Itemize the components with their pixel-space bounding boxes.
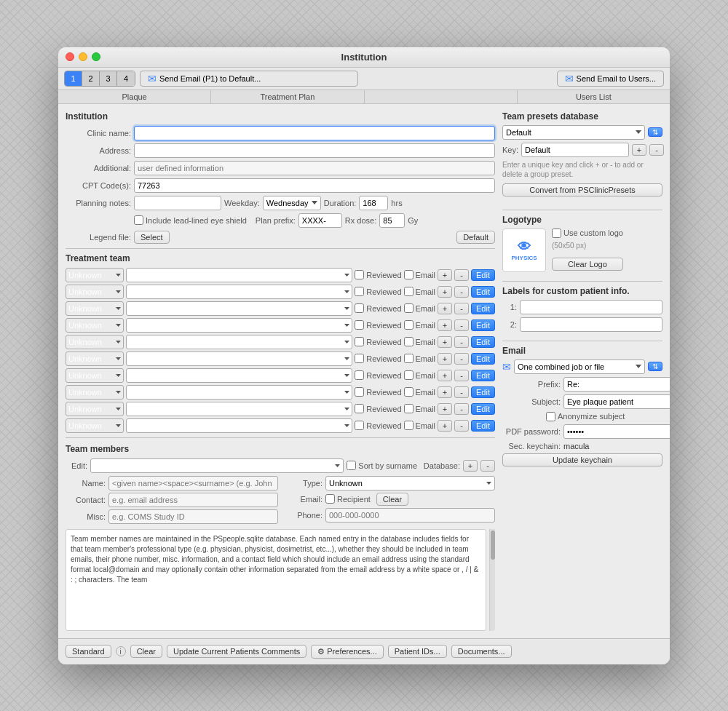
minus-btn-1[interactable]: - — [454, 286, 469, 298]
plus-btn-9[interactable]: + — [438, 420, 452, 432]
email-checkbox-0[interactable] — [404, 270, 414, 279]
rx-dose-input[interactable] — [379, 213, 405, 228]
team-role-5[interactable]: Unknown — [66, 351, 124, 366]
edit-btn-6[interactable]: Edit — [471, 370, 495, 381]
team-name-5[interactable] — [126, 351, 352, 366]
team-name-4[interactable] — [126, 335, 352, 349]
member-contact-input[interactable] — [108, 493, 278, 507]
address-input[interactable] — [134, 143, 495, 158]
prefix-input[interactable] — [563, 377, 670, 392]
minus-btn-0[interactable]: - — [454, 269, 469, 281]
edit-btn-0[interactable]: Edit — [471, 269, 495, 281]
cpt-input[interactable] — [134, 178, 495, 193]
member-misc-input[interactable] — [108, 509, 278, 524]
preset-select[interactable]: Default — [502, 125, 645, 140]
plus-btn-1[interactable]: + — [438, 286, 452, 298]
reviewed-checkbox-8[interactable] — [355, 404, 364, 413]
team-role-6[interactable]: Unknown — [66, 368, 124, 383]
documents-button[interactable]: Documents... — [451, 645, 512, 658]
edit-btn-7[interactable]: Edit — [471, 386, 495, 398]
key-minus-button[interactable]: - — [649, 144, 664, 156]
plan-prefix-input[interactable] — [298, 213, 342, 228]
email-type-select[interactable]: One combined job or file — [514, 360, 645, 374]
email-checkbox-7[interactable] — [404, 387, 414, 397]
clear-logo-button[interactable]: Clear Logo — [552, 258, 623, 271]
key-input[interactable] — [521, 143, 629, 157]
convert-button[interactable]: Convert from PSClinicPresets — [502, 183, 662, 196]
weekday-select[interactable]: Wednesday Monday Tuesday Thursday Friday — [263, 196, 321, 210]
email-checkbox-5[interactable] — [404, 354, 414, 363]
standard-button[interactable]: Standard — [66, 645, 111, 658]
team-name-2[interactable] — [126, 301, 352, 316]
plus-btn-2[interactable]: + — [438, 303, 452, 314]
tab-2[interactable]: 2 — [82, 71, 100, 86]
anonymize-checkbox[interactable] — [546, 412, 555, 421]
email-arrow-button[interactable]: ⇅ — [648, 362, 662, 371]
team-name-0[interactable] — [126, 268, 352, 282]
email-checkbox-1[interactable] — [404, 287, 414, 296]
tab-4[interactable]: 4 — [117, 71, 135, 86]
plus-btn-4[interactable]: + — [438, 336, 452, 348]
edit-btn-9[interactable]: Edit — [471, 420, 495, 432]
reviewed-checkbox-4[interactable] — [355, 337, 364, 346]
minus-btn-9[interactable]: - — [454, 420, 469, 432]
key-plus-button[interactable]: + — [632, 144, 646, 156]
include-shield-checkbox[interactable] — [134, 215, 143, 225]
team-name-9[interactable] — [126, 418, 352, 433]
plus-btn-6[interactable]: + — [438, 370, 452, 381]
additional-input[interactable] — [134, 161, 495, 175]
plus-btn-8[interactable]: + — [438, 403, 452, 415]
plus-btn-0[interactable]: + — [438, 269, 452, 281]
label-1-input[interactable] — [520, 300, 662, 314]
scrollbar[interactable] — [489, 529, 495, 631]
email-checkbox-4[interactable] — [404, 337, 414, 346]
edit-btn-5[interactable]: Edit — [471, 353, 495, 365]
reviewed-checkbox-2[interactable] — [355, 303, 364, 313]
label-2-input[interactable] — [520, 317, 662, 332]
team-name-3[interactable] — [126, 318, 352, 333]
recipient-checkbox[interactable] — [325, 494, 335, 504]
reviewed-checkbox-7[interactable] — [355, 387, 364, 397]
update-keychain-button[interactable]: Update keychain — [502, 453, 662, 466]
minus-btn-7[interactable]: - — [454, 386, 469, 398]
clear-button[interactable]: Clear — [130, 645, 162, 658]
minus-btn-3[interactable]: - — [454, 319, 469, 331]
db-plus-button[interactable]: + — [463, 460, 478, 472]
info-icon[interactable]: i — [116, 646, 126, 656]
email-checkbox-8[interactable] — [404, 404, 414, 413]
pdf-pwd-input[interactable] — [563, 424, 670, 439]
team-role-4[interactable]: Unknown — [66, 335, 124, 349]
minus-btn-2[interactable]: - — [454, 303, 469, 314]
default-button[interactable]: Default — [456, 231, 495, 244]
edit-btn-8[interactable]: Edit — [471, 403, 495, 415]
preferences-button[interactable]: ⚙ Preferences... — [311, 645, 384, 659]
team-role-0[interactable]: Unknown — [66, 268, 124, 282]
clinic-name-input[interactable] — [134, 126, 495, 140]
edit-btn-3[interactable]: Edit — [471, 319, 495, 331]
reviewed-checkbox-1[interactable] — [355, 287, 364, 296]
send-email-p1-button[interactable]: ✉ Send Email (P1) to Default... — [140, 71, 358, 87]
minimize-button[interactable] — [79, 52, 87, 61]
select-button[interactable]: Select — [134, 231, 170, 244]
planning-notes-input[interactable] — [134, 196, 221, 210]
team-role-8[interactable]: Unknown — [66, 402, 124, 416]
update-comments-button[interactable]: Update Current Patients Comments — [167, 645, 306, 658]
plus-btn-7[interactable]: + — [438, 386, 452, 398]
patient-ids-button[interactable]: Patient IDs... — [388, 645, 447, 658]
send-email-users-button[interactable]: ✉ Send Email to Users... — [557, 71, 664, 87]
tab-3[interactable]: 3 — [100, 71, 117, 86]
reviewed-checkbox-3[interactable] — [355, 320, 364, 330]
team-name-7[interactable] — [126, 385, 352, 400]
tab-1[interactable]: 1 — [65, 71, 82, 86]
minus-btn-6[interactable]: - — [454, 370, 469, 381]
team-role-9[interactable]: Unknown — [66, 418, 124, 433]
email-checkbox-3[interactable] — [404, 320, 414, 330]
member-clear-button[interactable]: Clear — [376, 493, 408, 506]
plus-btn-5[interactable]: + — [438, 353, 452, 365]
edit-btn-4[interactable]: Edit — [471, 336, 495, 348]
use-custom-logo-checkbox[interactable] — [552, 229, 561, 238]
maximize-button[interactable] — [92, 52, 100, 61]
email-checkbox-6[interactable] — [404, 370, 414, 380]
minus-btn-4[interactable]: - — [454, 336, 469, 348]
reviewed-checkbox-0[interactable] — [355, 270, 364, 279]
